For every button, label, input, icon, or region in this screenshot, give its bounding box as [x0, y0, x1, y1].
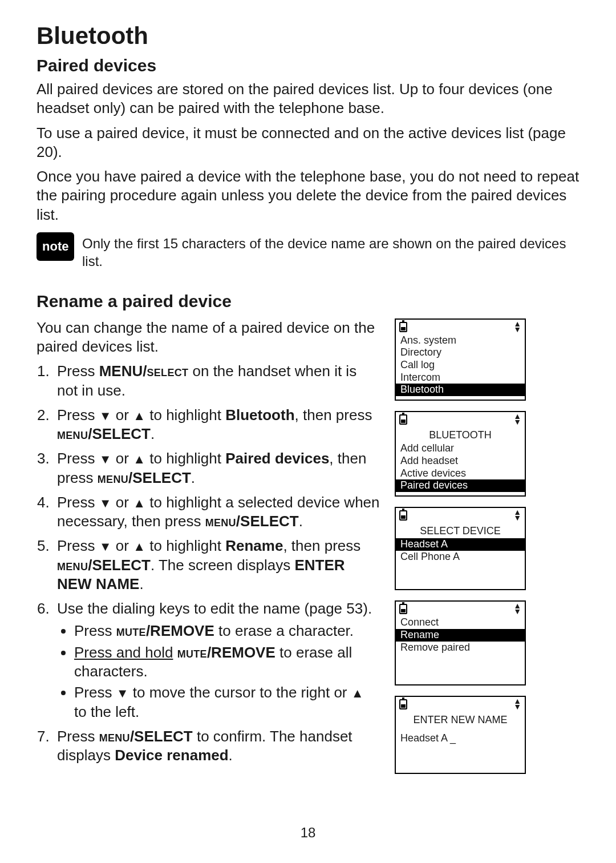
down-arrow-icon — [99, 537, 112, 555]
menu-item: Add cellular — [396, 442, 525, 455]
menu-item: Add headset — [396, 455, 525, 467]
battery-icon — [399, 414, 407, 425]
menu-item-selected: Headset A — [396, 538, 525, 551]
menu-item: Remove paired — [396, 642, 525, 654]
menu-item: Active devices — [396, 467, 525, 480]
lcd-screen-enter-name: ▲▼ ENTER NEW NAME Headset A — [395, 696, 526, 774]
scroll-icon: ▲▼ — [513, 509, 521, 521]
step-7: Press menu/SELECT to confirm. The handse… — [54, 727, 380, 765]
rename-steps: Press MENU/select on the handset when it… — [37, 362, 380, 765]
step-4: Press or to highlight a selected device … — [54, 493, 380, 531]
screen-title: BLUETOOTH — [396, 427, 525, 443]
menu-item: Cell Phone A — [396, 551, 525, 563]
menu-item: Intercom — [396, 372, 525, 384]
step-6-bullet-1: Press mute/REMOVE to erase a character. — [74, 622, 380, 640]
page-title: Bluetooth — [37, 21, 579, 51]
battery-icon — [399, 322, 407, 332]
step-6-bullet-3: Press to move the cursor to the right or… — [74, 683, 380, 721]
scroll-icon: ▲▼ — [513, 413, 521, 425]
down-arrow-icon — [99, 406, 112, 425]
paired-paragraph-2: To use a paired device, it must be conne… — [37, 124, 579, 162]
step-6-bullet-2: Press and hold mute/REMOVE to erase all … — [74, 643, 380, 681]
up-arrow-icon — [133, 449, 145, 468]
menu-item-selected: Rename — [396, 629, 525, 642]
step-3: Press or to highlight Paired devices, th… — [54, 449, 380, 487]
menu-item: Call log — [396, 359, 525, 372]
paired-paragraph-3: Once you have paired a device with the t… — [37, 167, 579, 224]
menu-item-selected: Paired devices — [396, 479, 525, 492]
paired-paragraph-1: All paired devices are stored on the pai… — [37, 80, 579, 118]
menu-item: Directory — [396, 346, 525, 359]
rename-heading: Rename a paired device — [37, 291, 579, 312]
menu-item: Connect — [396, 616, 525, 629]
lcd-screen-device-actions: ▲▼ Connect Rename Remove paired — [395, 600, 526, 685]
menu-item-selected: Bluetooth — [396, 384, 525, 396]
note-badge: note — [37, 232, 74, 261]
paired-devices-heading: Paired devices — [37, 55, 579, 76]
step-6: Use the dialing keys to edit the name (p… — [54, 599, 380, 721]
down-arrow-icon — [99, 493, 112, 512]
lcd-screen-select-device: ▲▼ SELECT DEVICE Headset A Cell Phone A — [395, 507, 526, 591]
rename-intro: You can change the name of a paired devi… — [37, 318, 380, 357]
screen-title: SELECT DEVICE — [396, 523, 525, 539]
down-arrow-icon — [116, 683, 129, 702]
screen-title: ENTER NEW NAME — [396, 712, 525, 728]
scroll-icon: ▲▼ — [513, 698, 521, 709]
note-text: Only the first 15 characters of the devi… — [82, 235, 579, 270]
step-5: Press or to highlight Rename, then press… — [54, 537, 380, 594]
menu-item: Ans. system — [396, 334, 525, 347]
lcd-screen-bluetooth-menu: ▲▼ BLUETOOTH Add cellular Add headset Ac… — [395, 411, 526, 497]
page-number: 18 — [0, 824, 616, 842]
up-arrow-icon — [133, 493, 145, 512]
step-1: Press MENU/select on the handset when it… — [54, 362, 380, 400]
lcd-screen-main-menu: ▲▼ Ans. system Directory Call log Interc… — [395, 318, 526, 401]
scroll-icon: ▲▼ — [513, 321, 521, 332]
battery-icon — [399, 604, 407, 614]
name-input-value: Headset A — [396, 728, 525, 745]
up-arrow-icon — [133, 406, 145, 425]
battery-icon — [399, 510, 407, 521]
up-arrow-icon — [351, 683, 364, 702]
step-2: Press or to highlight Bluetooth, then pr… — [54, 406, 380, 444]
up-arrow-icon — [133, 537, 145, 555]
down-arrow-icon — [99, 449, 112, 468]
scroll-icon: ▲▼ — [513, 603, 521, 614]
battery-icon — [399, 699, 407, 709]
